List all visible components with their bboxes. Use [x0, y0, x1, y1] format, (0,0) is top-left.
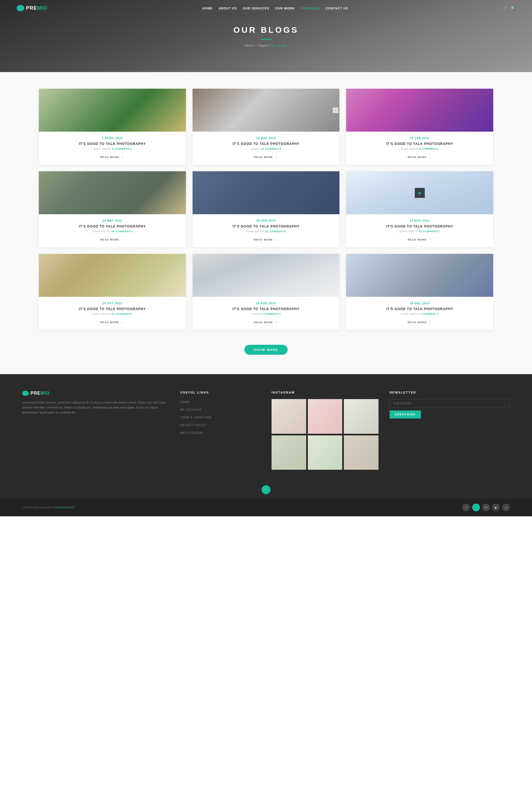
read-more-link[interactable]: READ MORE [254, 238, 278, 241]
instagram-thumb-4[interactable] [271, 435, 306, 470]
scroll-top-section: ↑ [0, 481, 532, 499]
blog-meta: JOHN SMITH 44 COMMENTS [44, 230, 180, 233]
nav-links: HOMEABOUT USOUR SERVICESOUR WORKOUR BLOG… [202, 5, 348, 11]
scroll-top-button[interactable]: ↑ [262, 485, 270, 494]
footer-about-col: PREMIO Lorem ipsum dolor sit amet, conse… [22, 391, 169, 470]
blog-date: 22 MAY 2015 [44, 219, 180, 222]
linkedin-icon[interactable]: in [482, 503, 490, 511]
search-icon[interactable]: 🔍 [511, 6, 515, 10]
comments-link[interactable]: 9 COMMENTS [112, 148, 132, 150]
facebook-icon[interactable]: f [462, 503, 470, 511]
read-more-link[interactable]: READ MORE [100, 155, 125, 159]
instagram-thumb-3[interactable] [344, 399, 379, 434]
footer-logo: PREMIO [22, 391, 169, 396]
blog-title: IT'S GOOD TO TALK PHOTOGRAPHY [352, 307, 488, 311]
nav-link-our-blog[interactable]: OUR BLOG [301, 7, 320, 10]
read-more-link[interactable]: READ MORE [407, 321, 432, 324]
blog-date: 1 APRIL 2016 [44, 137, 180, 140]
blog-card-image [346, 171, 493, 214]
blog-title: IT'S GOOD TO TALK PHOTOGRAPHY [198, 142, 334, 146]
blog-card-body: 24 OCT 2013IT'S GOOD TO TALK PHOTOGRAPHY… [39, 297, 186, 330]
read-more-link[interactable]: READ MORE [100, 238, 125, 241]
blog-date: 16 MAY 2014 [198, 137, 334, 140]
blog-card-image [193, 254, 340, 297]
blog-date: 24 OCT 2013 [44, 302, 180, 305]
instagram-thumb-2[interactable] [308, 399, 342, 434]
comments-link[interactable]: 44 COMMENTS [111, 230, 132, 233]
blog-card: 29 AUG 2014IT'S GOOD TO TALK PHOTOGRAPHY… [193, 254, 340, 330]
comments-link[interactable]: 9 COMMENTS [419, 148, 439, 150]
blog-row-1: 22 MAY 2015IT'S GOOD TO TALK PHOTOGRAPHY… [39, 171, 493, 247]
blog-title: IT'S GOOD TO TALK PHOTOGRAPHY [44, 225, 180, 228]
footer-links-col: USEFUL LINKS HOMEMY ACCOUNTTERM & CONDIT… [180, 391, 261, 470]
blog-card-body: 22 MAY 2015IT'S GOOD TO TALK PHOTOGRAPHY… [39, 214, 186, 247]
blog-card-body: 29 AUG 2014IT'S GOOD TO TALK PHOTOGRAPHY… [193, 297, 340, 330]
instagram-thumb-1[interactable] [271, 399, 306, 434]
blog-meta: JOHN SMITH 63 COMMENTS [352, 230, 488, 233]
comments-link[interactable]: 7 COMMENTS [419, 312, 439, 316]
comments-link[interactable]: 23 COMMENTS [261, 148, 282, 150]
footer-newsletter-title: NEWSLETTER [390, 391, 510, 394]
nav-link-home[interactable]: HOME [202, 7, 212, 10]
envato-link[interactable]: ENVATO MARKET [54, 506, 75, 509]
read-more-link[interactable]: READ MORE [100, 321, 125, 324]
read-more-link[interactable]: READ MORE [407, 155, 432, 159]
blog-card-image [39, 254, 186, 297]
blog-card: 29 DEC 2014IT'S GOOD TO TALK PHOTOGRAPHY… [346, 254, 493, 330]
comments-link[interactable]: 63 COMMENTS [419, 230, 440, 233]
nav-link-our-work[interactable]: OUR WORK [276, 7, 295, 10]
hero-content: OUR BLOGS Home / Pages / Our Blogs [233, 25, 299, 47]
nav-link-our-services[interactable]: OUR SERVICES [243, 7, 269, 10]
blog-card-image [39, 89, 186, 132]
blog-card-body: 26 JAN 2015IT'S GOOD TO TALK PHOTOGRAPHY… [346, 132, 493, 165]
blog-card-body: 23 NOV 2012IT'S GOOD TO TALK PHOTOGRAPHY… [346, 214, 493, 247]
footer-link-help-center[interactable]: HELP CENTER [180, 432, 203, 435]
footer-link-privacy-policy[interactable]: PRIVACY POLICY [180, 424, 207, 427]
blog-card: 26 JAN 2015IT'S GOOD TO TALK PHOTOGRAPHY… [346, 89, 493, 165]
blog-card: 24 OCT 2013IT'S GOOD TO TALK PHOTOGRAPHY… [39, 254, 186, 330]
instagram-thumb-6[interactable] [344, 435, 379, 470]
comments-link[interactable]: 3 COMMENTS [262, 312, 281, 316]
youtube-icon[interactable]: ▶ [492, 503, 500, 511]
blog-meta: JANE SMITH 7 COMMENTS [352, 312, 488, 316]
blog-date: 29 AUG 2014 [198, 302, 334, 305]
nav-link-about-us[interactable]: ABOUT US [218, 7, 236, 10]
carousel-arrow-right[interactable]: › [333, 108, 338, 113]
blog-date: 23 NOV 2012 [352, 219, 488, 222]
breadcrumb-current: Our Blogs [271, 44, 287, 47]
breadcrumb-pages[interactable]: Pages [258, 44, 268, 47]
read-more-link[interactable]: READ MORE [254, 155, 278, 159]
read-more-link[interactable]: READ MORE [254, 321, 278, 324]
logo[interactable]: PREMIO [17, 5, 48, 11]
footer-link-term-&-condition[interactable]: TERM & CONDITION [180, 416, 212, 419]
twitter-icon[interactable]: t [472, 503, 480, 511]
cart-icon[interactable]: 🛒 [503, 6, 508, 10]
footer-link-home[interactable]: HOME [180, 400, 190, 403]
nav-link-contact-us[interactable]: CONTACT US [326, 7, 348, 10]
blog-title: IT'S GOOD TO TALK PHOTOGRAPHY [44, 142, 180, 146]
logo-text: PREMIO [26, 5, 48, 11]
read-more-link[interactable]: READ MORE [407, 238, 432, 241]
newsletter-button[interactable]: SUBSCRIBE [390, 411, 421, 418]
blog-card-body: 28 FEB 2014IT'S GOOD TO TALK PHOTOGRAPHY… [193, 214, 340, 247]
blog-row-2: 24 OCT 2013IT'S GOOD TO TALK PHOTOGRAPHY… [39, 254, 493, 330]
blog-meta: JOHN SMITH 32 COMMENTS [198, 230, 334, 233]
blog-row-0: 1 APRIL 2016IT'S GOOD TO TALK PHOTOGRAPH… [39, 89, 493, 165]
vimeo-icon[interactable]: v [502, 503, 510, 511]
navbar-icons: 🛒 🔍 [503, 6, 515, 10]
navbar: PREMIO HOMEABOUT USOUR SERVICESOUR WORKO… [0, 0, 532, 16]
comments-link[interactable]: 25 COMMENTS [111, 312, 132, 316]
blog-card: 23 NOV 2012IT'S GOOD TO TALK PHOTOGRAPHY… [346, 171, 493, 247]
play-button[interactable] [415, 188, 425, 198]
footer-instagram-title: INSTAGRAM [271, 391, 379, 394]
social-icons: ftin▶v [462, 503, 510, 511]
show-more-button[interactable]: SHOW MORE [244, 345, 288, 355]
footer: PREMIO Lorem ipsum dolor sit amet, conse… [0, 374, 532, 481]
instagram-thumb-5[interactable] [308, 435, 342, 470]
comments-link[interactable]: 32 COMMENTS [265, 230, 286, 233]
footer-link-my-account[interactable]: MY ACCOUNT [180, 408, 202, 411]
newsletter-input[interactable] [390, 399, 510, 408]
breadcrumb-home[interactable]: Home [245, 44, 254, 47]
blog-card-image: › [193, 89, 340, 132]
page-title: OUR BLOGS [233, 25, 299, 35]
